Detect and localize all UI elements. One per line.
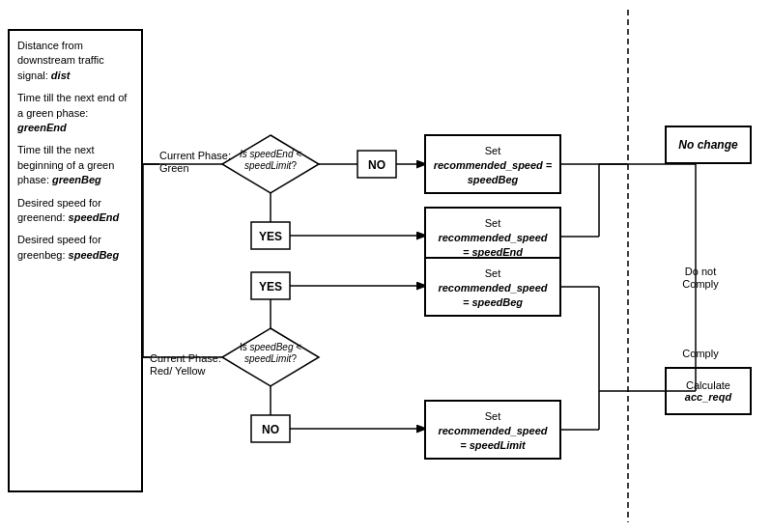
action-yes-bottom-text1: Set — [485, 267, 501, 279]
diamond-bottom-text2: speedLimit? — [244, 353, 297, 364]
do-not-comply-label2: Comply — [682, 278, 719, 290]
action-yes-bottom-text2: recommended_speed — [438, 282, 547, 294]
diamond-top-text1: Is speedEnd < — [240, 149, 301, 159]
phase-red-label: Current Phase: — [150, 352, 221, 364]
no-label-top: NO — [368, 158, 386, 172]
action-no-bottom-text3: = speedLimit — [460, 439, 527, 451]
action-yes-top-text2: recommended_speed — [438, 232, 547, 243]
action-no-top-text2: recommended_speed = — [434, 159, 553, 171]
do-not-comply-label: Do not — [685, 266, 716, 277]
action-no-top-text3: speedBeg — [468, 174, 519, 185]
flowchart-svg: Current Phase: Green Is speedEnd < speed… — [0, 0, 771, 532]
action-yes-bottom-text3: = speedBeg — [463, 296, 523, 308]
no-label-bottom: NO — [262, 423, 279, 436]
action-no-bottom-text2: recommended_speed — [438, 425, 547, 436]
action-no-bottom-text1: Set — [485, 410, 501, 422]
comply-label: Comply — [682, 348, 719, 359]
phase-green-label: Current Phase: — [159, 150, 231, 161]
diamond-bottom-text1: Is speedBeg < — [240, 342, 301, 352]
diamond-top-text2: speedLimit? — [244, 160, 297, 171]
action-yes-top-text3: = speedEnd — [463, 246, 523, 258]
diagram-container: Distance from downstream traffic signal:… — [0, 0, 771, 532]
action-yes-top-text1: Set — [485, 217, 501, 229]
yes-label-bottom: YES — [259, 280, 282, 294]
yes-label-top: YES — [259, 230, 282, 243]
phase-red-label2: Red/ Yellow — [150, 365, 206, 377]
action-no-top-text1: Set — [485, 145, 501, 156]
